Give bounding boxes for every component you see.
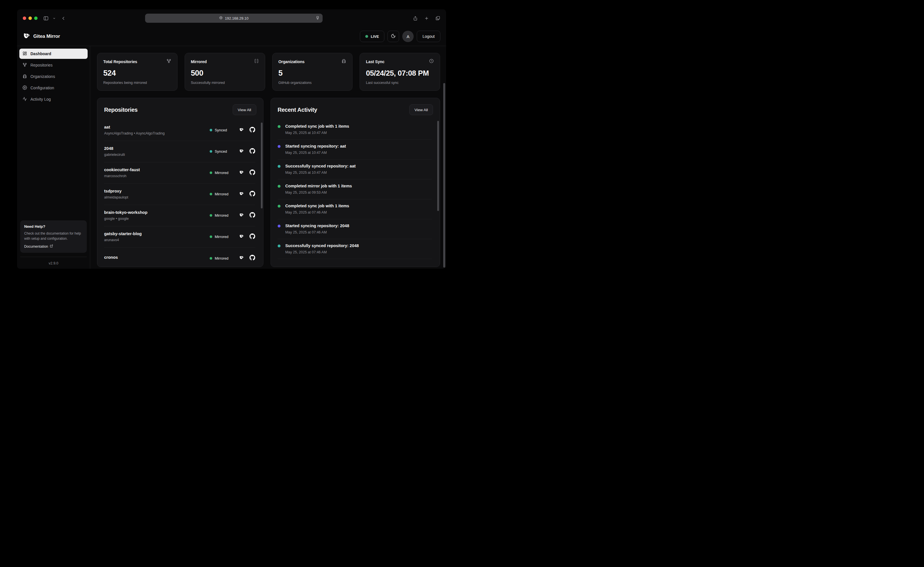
gitea-link-icon[interactable] [239, 127, 244, 134]
gitea-link-icon[interactable] [239, 212, 244, 219]
theme-toggle-button[interactable] [388, 31, 399, 42]
repo-row[interactable]: cronos Mirrored [104, 248, 255, 267]
activity-item: Started syncing repository: aat May 25, … [278, 140, 432, 159]
browser-window: 192.168.29.10 Gitea Mirror [17, 9, 446, 269]
repo-name: 2048 [104, 146, 210, 151]
clock-icon [429, 58, 434, 64]
stat-subtitle: Last successful sync [366, 81, 434, 85]
avatar[interactable]: A [402, 31, 414, 42]
chevron-down-icon[interactable] [53, 17, 56, 20]
stat-card-total-repositories: Total Repositories 524 Repositories bein… [97, 53, 177, 91]
repo-row[interactable]: brain-tokyo-workshop google • google Mir… [104, 205, 255, 226]
stat-cards: Total Repositories 524 Repositories bein… [97, 53, 440, 91]
activity-item: Completed sync job with 1 items May 25, … [278, 200, 432, 219]
gitea-cup-logo-icon [23, 32, 30, 41]
activity-view-all-button[interactable]: View All [409, 104, 433, 115]
recent-activity-panel-title: Recent Activity [278, 106, 317, 113]
github-link-icon[interactable] [249, 234, 255, 240]
repo-owner: marcosschroh [104, 174, 210, 178]
activity-text: Completed mirror job with 1 items [285, 184, 352, 188]
repo-row[interactable]: aat AsyncAlgoTrading • AsyncAlgoTrading … [104, 120, 255, 141]
github-link-icon[interactable] [249, 191, 255, 198]
external-link-icon [50, 244, 53, 249]
status-dot [210, 236, 212, 238]
sidebar-item-configuration[interactable]: Configuration [20, 83, 88, 93]
github-link-icon[interactable] [249, 212, 255, 219]
minimize-window-button[interactable] [29, 16, 32, 20]
repo-row[interactable]: 2048 gabrielecirulli Synced [104, 141, 255, 162]
repositories-view-all-button[interactable]: View All [233, 104, 256, 115]
activity-list: Completed sync job with 1 items May 25, … [271, 120, 440, 267]
app-brand[interactable]: Gitea Mirror [23, 32, 60, 41]
url-text: 192.168.29.10 [225, 16, 248, 21]
gitea-link-icon[interactable] [239, 255, 244, 261]
close-window-button[interactable] [23, 16, 26, 20]
repositories-scrollbar[interactable] [261, 123, 263, 208]
back-button[interactable] [62, 16, 66, 21]
sidebar-toggle-icon[interactable] [43, 16, 49, 21]
sidebar-item-repositories[interactable]: Repositories [20, 60, 88, 70]
status-label: Mirrored [215, 213, 228, 218]
activity-time: May 25, 2025 at 10:47 AM [285, 131, 432, 135]
activity-pulse-icon [23, 97, 27, 102]
sidebar-item-organizations[interactable]: Organizations [20, 71, 88, 82]
activity-time: May 25, 2025 at 10:47 AM [285, 151, 432, 155]
documentation-link[interactable]: Documentation [24, 244, 83, 249]
reader-icon[interactable] [316, 16, 320, 21]
stat-value: 05/24/25, 07:08 PM [366, 69, 434, 78]
building-icon [23, 74, 27, 80]
activity-text: Started syncing repository: 2048 [285, 224, 349, 228]
stat-title: Last Sync [366, 59, 384, 64]
git-fork-icon [167, 58, 171, 64]
gitea-link-icon[interactable] [239, 234, 244, 240]
address-bar[interactable]: 192.168.29.10 [145, 14, 323, 23]
tab-overview-icon[interactable] [435, 16, 440, 21]
github-link-icon[interactable] [249, 255, 255, 262]
github-link-icon[interactable] [249, 127, 255, 134]
activity-text: Successfully synced repository: 2048 [285, 243, 359, 248]
activity-dot [278, 225, 281, 228]
activity-text: Completed sync job with 1 items [285, 204, 349, 208]
status-dot [210, 171, 212, 174]
zoom-window-button[interactable] [34, 16, 38, 20]
share-icon[interactable] [413, 16, 418, 21]
activity-item: Successfully synced repository: 2048 May… [278, 239, 432, 259]
window-scrollbar[interactable] [443, 83, 445, 268]
activity-time: May 25, 2025 at 10:47 AM [285, 171, 432, 175]
gitea-link-icon[interactable] [239, 148, 244, 155]
live-dot [365, 35, 368, 38]
repo-name: aat [104, 125, 210, 129]
logout-button[interactable]: Logout [417, 31, 440, 42]
moon-icon [391, 33, 396, 39]
live-status-badge[interactable]: LIVE [360, 31, 384, 42]
need-help-body: Check out the documentation for help wit… [24, 231, 83, 241]
activity-text: Started syncing repository: aat [285, 144, 346, 148]
activity-dot [278, 125, 281, 128]
github-link-icon[interactable] [249, 148, 255, 155]
activity-text: Completed sync job with 1 items [285, 124, 349, 129]
activity-scrollbar[interactable] [437, 121, 439, 211]
stat-title: Organizations [278, 59, 305, 64]
activity-time: May 25, 2025 at 07:46 AM [285, 230, 432, 234]
gitea-link-icon[interactable] [239, 191, 244, 197]
repositories-list: aat AsyncAlgoTrading • AsyncAlgoTrading … [97, 120, 263, 267]
activity-item: Started syncing repository: 2048 May 25,… [278, 219, 432, 239]
github-link-icon[interactable] [249, 170, 255, 176]
gitea-link-icon[interactable] [239, 170, 244, 176]
building-icon [341, 58, 346, 64]
repo-row[interactable]: cookiecutter-faust marcosschroh Mirrored [104, 162, 255, 184]
activity-dot [278, 244, 281, 248]
stat-card-last-sync: Last Sync 05/24/25, 07:08 PM Last succes… [360, 53, 440, 91]
new-tab-icon[interactable] [424, 16, 429, 21]
activity-time: May 25, 2025 at 07:46 AM [285, 250, 432, 254]
repo-row[interactable]: gatsby-starter-blog arunavo4 Mirrored [104, 226, 255, 248]
status-label: Synced [215, 149, 227, 153]
sidebar-item-activity-log[interactable]: Activity Log [20, 94, 88, 104]
status-dot [210, 257, 212, 260]
stat-value: 5 [278, 69, 347, 78]
repo-name: tsdproxy [104, 189, 210, 194]
stat-card-organizations: Organizations 5 GitHub organizations [272, 53, 353, 91]
repo-row[interactable]: tsdproxy almeidapaulopt Mirrored [104, 184, 255, 205]
repositories-panel-title: Repositories [104, 106, 138, 113]
sidebar-item-dashboard[interactable]: Dashboard [20, 49, 88, 59]
